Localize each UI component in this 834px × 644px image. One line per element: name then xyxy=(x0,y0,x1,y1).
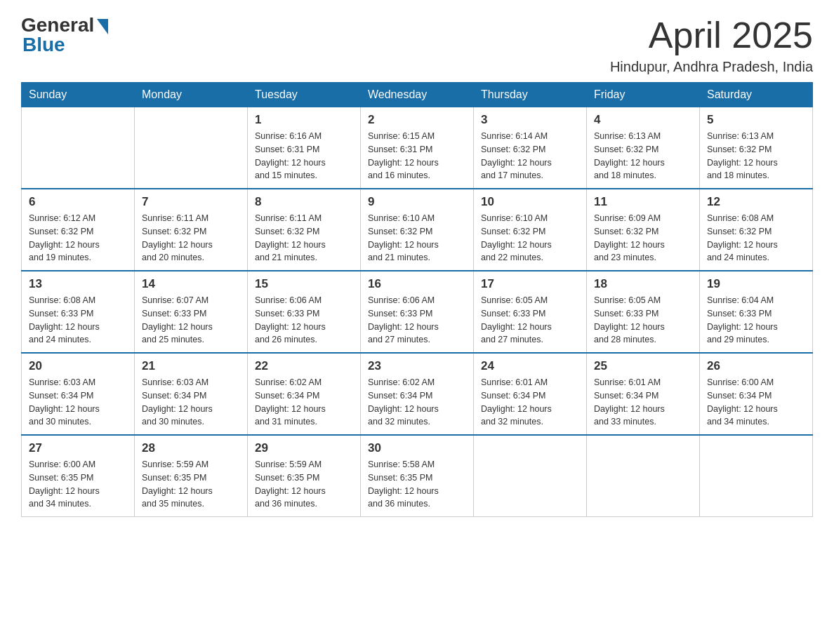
day-info: Sunrise: 6:13 AM Sunset: 6:32 PM Dayligh… xyxy=(707,130,805,182)
table-row: 7Sunrise: 6:11 AM Sunset: 6:32 PM Daylig… xyxy=(135,189,248,271)
table-row: 18Sunrise: 6:05 AM Sunset: 6:33 PM Dayli… xyxy=(587,271,700,353)
table-row: 17Sunrise: 6:05 AM Sunset: 6:33 PM Dayli… xyxy=(474,271,587,353)
day-info: Sunrise: 6:01 AM Sunset: 6:34 PM Dayligh… xyxy=(481,376,579,429)
table-row: 1Sunrise: 6:16 AM Sunset: 6:31 PM Daylig… xyxy=(248,107,361,189)
day-number: 28 xyxy=(142,441,240,455)
day-number: 17 xyxy=(481,277,579,291)
table-row: 21Sunrise: 6:03 AM Sunset: 6:34 PM Dayli… xyxy=(135,353,248,435)
table-row xyxy=(474,435,587,517)
day-info: Sunrise: 6:03 AM Sunset: 6:34 PM Dayligh… xyxy=(29,376,127,429)
day-info: Sunrise: 6:06 AM Sunset: 6:33 PM Dayligh… xyxy=(368,294,466,347)
table-row: 26Sunrise: 6:00 AM Sunset: 6:34 PM Dayli… xyxy=(700,353,813,435)
logo: General Blue xyxy=(21,14,108,56)
table-row: 9Sunrise: 6:10 AM Sunset: 6:32 PM Daylig… xyxy=(361,189,474,271)
table-row: 8Sunrise: 6:11 AM Sunset: 6:32 PM Daylig… xyxy=(248,189,361,271)
day-number: 16 xyxy=(368,277,466,291)
table-row: 14Sunrise: 6:07 AM Sunset: 6:33 PM Dayli… xyxy=(135,271,248,353)
day-number: 26 xyxy=(707,359,805,373)
day-info: Sunrise: 6:01 AM Sunset: 6:34 PM Dayligh… xyxy=(594,376,692,429)
col-sunday: Sunday xyxy=(22,83,135,107)
col-thursday: Thursday xyxy=(474,83,587,107)
day-number: 9 xyxy=(368,195,466,209)
day-number: 29 xyxy=(255,441,353,455)
table-row: 4Sunrise: 6:13 AM Sunset: 6:32 PM Daylig… xyxy=(587,107,700,189)
day-number: 5 xyxy=(707,113,805,127)
day-info: Sunrise: 6:11 AM Sunset: 6:32 PM Dayligh… xyxy=(142,212,240,264)
table-row xyxy=(700,435,813,517)
day-info: Sunrise: 6:08 AM Sunset: 6:33 PM Dayligh… xyxy=(29,294,127,347)
day-number: 25 xyxy=(594,359,692,373)
month-year-title: April 2025 xyxy=(610,14,813,56)
day-number: 20 xyxy=(29,359,127,373)
day-number: 27 xyxy=(29,441,127,455)
table-row: 12Sunrise: 6:08 AM Sunset: 6:32 PM Dayli… xyxy=(700,189,813,271)
title-section: April 2025 Hindupur, Andhra Pradesh, Ind… xyxy=(610,14,813,75)
day-number: 30 xyxy=(368,441,466,455)
day-info: Sunrise: 6:08 AM Sunset: 6:32 PM Dayligh… xyxy=(707,212,805,264)
day-info: Sunrise: 6:05 AM Sunset: 6:33 PM Dayligh… xyxy=(594,294,692,347)
table-row: 27Sunrise: 6:00 AM Sunset: 6:35 PM Dayli… xyxy=(22,435,135,517)
day-info: Sunrise: 5:59 AM Sunset: 6:35 PM Dayligh… xyxy=(255,458,353,511)
day-number: 1 xyxy=(255,113,353,127)
day-info: Sunrise: 6:02 AM Sunset: 6:34 PM Dayligh… xyxy=(368,376,466,429)
day-number: 10 xyxy=(481,195,579,209)
calendar-week-row: 6Sunrise: 6:12 AM Sunset: 6:32 PM Daylig… xyxy=(22,189,813,271)
table-row: 28Sunrise: 5:59 AM Sunset: 6:35 PM Dayli… xyxy=(135,435,248,517)
table-row: 15Sunrise: 6:06 AM Sunset: 6:33 PM Dayli… xyxy=(248,271,361,353)
table-row: 5Sunrise: 6:13 AM Sunset: 6:32 PM Daylig… xyxy=(700,107,813,189)
day-number: 15 xyxy=(255,277,353,291)
day-info: Sunrise: 6:16 AM Sunset: 6:31 PM Dayligh… xyxy=(255,130,353,182)
calendar-week-row: 13Sunrise: 6:08 AM Sunset: 6:33 PM Dayli… xyxy=(22,271,813,353)
page-header: General Blue April 2025 Hindupur, Andhra… xyxy=(21,14,813,75)
calendar-table: Sunday Monday Tuesday Wednesday Thursday… xyxy=(21,82,813,517)
day-number: 19 xyxy=(707,277,805,291)
day-info: Sunrise: 6:13 AM Sunset: 6:32 PM Dayligh… xyxy=(594,130,692,182)
logo-blue-text: Blue xyxy=(22,34,65,56)
day-info: Sunrise: 6:03 AM Sunset: 6:34 PM Dayligh… xyxy=(142,376,240,429)
day-number: 2 xyxy=(368,113,466,127)
day-number: 14 xyxy=(142,277,240,291)
calendar-week-row: 1Sunrise: 6:16 AM Sunset: 6:31 PM Daylig… xyxy=(22,107,813,189)
day-number: 12 xyxy=(707,195,805,209)
day-info: Sunrise: 6:14 AM Sunset: 6:32 PM Dayligh… xyxy=(481,130,579,182)
day-number: 4 xyxy=(594,113,692,127)
day-info: Sunrise: 5:58 AM Sunset: 6:35 PM Dayligh… xyxy=(368,458,466,511)
day-number: 8 xyxy=(255,195,353,209)
calendar-header-row: Sunday Monday Tuesday Wednesday Thursday… xyxy=(22,83,813,107)
day-info: Sunrise: 5:59 AM Sunset: 6:35 PM Dayligh… xyxy=(142,458,240,511)
table-row: 19Sunrise: 6:04 AM Sunset: 6:33 PM Dayli… xyxy=(700,271,813,353)
day-number: 21 xyxy=(142,359,240,373)
col-wednesday: Wednesday xyxy=(361,83,474,107)
table-row: 23Sunrise: 6:02 AM Sunset: 6:34 PM Dayli… xyxy=(361,353,474,435)
day-number: 23 xyxy=(368,359,466,373)
day-number: 7 xyxy=(142,195,240,209)
day-info: Sunrise: 6:12 AM Sunset: 6:32 PM Dayligh… xyxy=(29,212,127,264)
table-row: 24Sunrise: 6:01 AM Sunset: 6:34 PM Dayli… xyxy=(474,353,587,435)
day-info: Sunrise: 6:05 AM Sunset: 6:33 PM Dayligh… xyxy=(481,294,579,347)
day-number: 11 xyxy=(594,195,692,209)
day-info: Sunrise: 6:00 AM Sunset: 6:34 PM Dayligh… xyxy=(707,376,805,429)
logo-arrow-icon xyxy=(97,19,108,34)
day-info: Sunrise: 6:06 AM Sunset: 6:33 PM Dayligh… xyxy=(255,294,353,347)
day-number: 3 xyxy=(481,113,579,127)
day-info: Sunrise: 6:15 AM Sunset: 6:31 PM Dayligh… xyxy=(368,130,466,182)
table-row: 20Sunrise: 6:03 AM Sunset: 6:34 PM Dayli… xyxy=(22,353,135,435)
table-row: 13Sunrise: 6:08 AM Sunset: 6:33 PM Dayli… xyxy=(22,271,135,353)
day-number: 13 xyxy=(29,277,127,291)
table-row xyxy=(587,435,700,517)
col-tuesday: Tuesday xyxy=(248,83,361,107)
day-info: Sunrise: 6:09 AM Sunset: 6:32 PM Dayligh… xyxy=(594,212,692,264)
day-info: Sunrise: 6:11 AM Sunset: 6:32 PM Dayligh… xyxy=(255,212,353,264)
table-row: 6Sunrise: 6:12 AM Sunset: 6:32 PM Daylig… xyxy=(22,189,135,271)
location-title: Hindupur, Andhra Pradesh, India xyxy=(610,59,813,75)
table-row: 29Sunrise: 5:59 AM Sunset: 6:35 PM Dayli… xyxy=(248,435,361,517)
day-number: 24 xyxy=(481,359,579,373)
day-number: 6 xyxy=(29,195,127,209)
day-info: Sunrise: 6:07 AM Sunset: 6:33 PM Dayligh… xyxy=(142,294,240,347)
table-row: 2Sunrise: 6:15 AM Sunset: 6:31 PM Daylig… xyxy=(361,107,474,189)
table-row xyxy=(22,107,135,189)
table-row: 22Sunrise: 6:02 AM Sunset: 6:34 PM Dayli… xyxy=(248,353,361,435)
calendar-week-row: 27Sunrise: 6:00 AM Sunset: 6:35 PM Dayli… xyxy=(22,435,813,517)
table-row: 16Sunrise: 6:06 AM Sunset: 6:33 PM Dayli… xyxy=(361,271,474,353)
day-number: 18 xyxy=(594,277,692,291)
